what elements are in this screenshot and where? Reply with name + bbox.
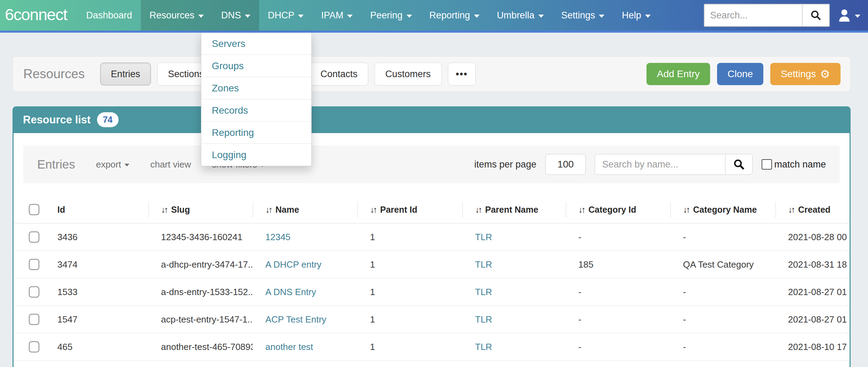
cell-slug: a-dhcp-entry-3474-17... (148, 251, 253, 278)
sort-icon: ↓↑ (370, 205, 376, 215)
items-per-page-label: items per page (474, 159, 537, 170)
column-header-name[interactable]: ↓↑Name (253, 196, 357, 223)
cell-parent-id: 1 (357, 333, 463, 360)
nav-item-dhcp[interactable]: DHCP (259, 0, 313, 31)
global-search-button[interactable] (802, 5, 829, 26)
nav-item-help[interactable]: Help (613, 0, 659, 31)
dns-dropdown-menu: ServersGroupsZonesRecordsReportingLoggin… (201, 33, 312, 166)
entry-name-link[interactable]: A DHCP entry (265, 259, 321, 270)
settings-button[interactable]: Settings⚙ (770, 63, 841, 85)
name-search-button[interactable] (725, 154, 752, 174)
cell-category-name: - (670, 223, 775, 251)
dns-menu-item-groups[interactable]: Groups (201, 55, 311, 77)
entries-table: Id↓↑Slug↓↑Name↓↑Parent Id↓↑Parent Name↓↑… (14, 196, 850, 361)
row-checkbox[interactable] (29, 231, 39, 243)
chevron-down-icon (538, 15, 544, 18)
cell-name: A DHCP entry (253, 251, 357, 278)
tab-contacts[interactable]: Contacts (310, 63, 368, 85)
global-search (704, 4, 830, 27)
row-checkbox[interactable] (29, 259, 39, 270)
entry-name-link[interactable]: ACP Test Entry (265, 314, 326, 325)
nav-item-ipam[interactable]: IPAM (312, 0, 361, 31)
tab-entries[interactable]: Entries (100, 63, 151, 85)
entry-name-link[interactable]: another test (265, 342, 313, 352)
sort-icon: ↓↑ (475, 205, 481, 215)
nav-item-label: Umbrella (497, 10, 535, 21)
items-per-page-input[interactable] (545, 154, 586, 175)
name-search (595, 154, 753, 175)
row-checkbox-cell (14, 306, 52, 333)
nav-item-peering[interactable]: Peering (361, 0, 420, 31)
row-checkbox[interactable] (29, 286, 39, 297)
match-name-checkbox[interactable] (762, 159, 772, 170)
resource-list-body: Entries export chart view show filters +… (14, 133, 850, 367)
column-header-category-name[interactable]: ↓↑Category Name (670, 196, 775, 223)
nav-item-umbrella[interactable]: Umbrella (488, 0, 553, 31)
chart-view-link[interactable]: chart view (150, 159, 191, 170)
sort-icon: ↓↑ (788, 205, 794, 215)
tab-customers[interactable]: Customers (375, 63, 442, 85)
export-link[interactable]: export (96, 159, 129, 170)
cell-name: ACP Test Entry (253, 306, 357, 333)
tab-more[interactable]: ••• (448, 63, 476, 85)
add-entry-button[interactable]: Add Entry (646, 63, 710, 85)
dns-menu-item-servers[interactable]: Servers (201, 33, 311, 55)
table-header-checkbox-cell (14, 196, 52, 223)
parent-name-link[interactable]: TLR (475, 314, 492, 325)
user-icon (837, 8, 851, 23)
column-header-category-id[interactable]: ↓↑Category Id (566, 196, 670, 223)
name-search-input[interactable] (595, 154, 725, 174)
chevron-down-icon (474, 15, 480, 18)
button-label: Clone (728, 68, 753, 80)
column-header-parent-id[interactable]: ↓↑Parent Id (357, 196, 463, 223)
nav-item-dashboard[interactable]: Dashboard (78, 0, 141, 31)
column-header-label: Id (57, 205, 65, 215)
nav-item-resources[interactable]: Resources (141, 0, 212, 31)
cell-category-id: - (566, 278, 670, 305)
entry-name-link[interactable]: A DNS Entry (265, 287, 316, 297)
page-title: Resources (23, 67, 85, 81)
navbar-right (704, 4, 868, 27)
select-all-checkbox[interactable] (29, 204, 39, 215)
row-checkbox[interactable] (29, 314, 39, 325)
row-checkbox[interactable] (29, 341, 39, 352)
cell-parent-id: 1 (357, 306, 463, 333)
user-menu[interactable] (837, 8, 860, 23)
gear-icon: ⚙ (820, 68, 830, 80)
nav-item-label: Help (622, 10, 641, 21)
column-header-created[interactable]: ↓↑Created (775, 196, 850, 223)
page-header-band: Resources EntriesSectionsContactsCustome… (13, 56, 851, 92)
column-header-slug[interactable]: ↓↑Slug (148, 196, 253, 223)
chevron-down-icon (245, 15, 250, 18)
parent-name-link[interactable]: TLR (475, 342, 492, 352)
dns-menu-item-zones[interactable]: Zones (201, 77, 311, 99)
global-search-input[interactable] (705, 5, 802, 26)
column-header-label: Parent Name (485, 205, 538, 215)
cell-parent-id: 1 (357, 223, 463, 251)
nav-item-label: Settings (561, 10, 595, 21)
dns-menu-item-records[interactable]: Records (201, 99, 311, 122)
column-header-parent-name[interactable]: ↓↑Parent Name (463, 196, 566, 223)
parent-name-link[interactable]: TLR (475, 287, 492, 297)
cell-parent-id: 1 (357, 278, 463, 305)
match-name-toggle: match name (762, 159, 826, 170)
table-row: 465another-test-465-70893another test1TL… (14, 333, 850, 361)
nav-item-reporting[interactable]: Reporting (421, 0, 488, 31)
table-header-row: Id↓↑Slug↓↑Name↓↑Parent Id↓↑Parent Name↓↑… (14, 196, 850, 223)
cell-slug: another-test-465-70893 (148, 333, 253, 360)
cell-category-name: - (670, 278, 775, 305)
parent-name-link[interactable]: TLR (475, 259, 492, 270)
entry-name-link[interactable]: 12345 (265, 232, 290, 243)
row-checkbox-cell (14, 251, 52, 278)
dns-menu-item-logging[interactable]: Logging (201, 144, 311, 166)
dns-menu-item-reporting[interactable]: Reporting (201, 122, 311, 144)
nav-item-label: Resources (150, 10, 194, 21)
nav-item-dns[interactable]: DNS (212, 0, 259, 31)
nav-item-label: DHCP (268, 10, 295, 21)
clone-button[interactable]: Clone (717, 63, 763, 85)
entries-heading: Entries (37, 157, 75, 171)
nav-item-label: Reporting (429, 10, 470, 21)
parent-name-link[interactable]: TLR (475, 232, 492, 243)
brand-logo[interactable]: 6connect (0, 5, 78, 26)
nav-item-settings[interactable]: Settings (553, 0, 613, 31)
